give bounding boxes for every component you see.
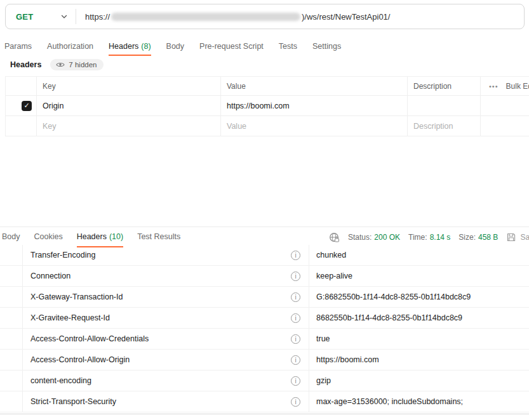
header-key-cell[interactable]: Origin <box>36 96 220 115</box>
info-icon[interactable] <box>291 355 300 365</box>
row-gutter <box>0 391 23 412</box>
eye-icon <box>56 61 65 69</box>
row-gutter <box>0 245 23 265</box>
table-row: content-encoding gzip <box>0 371 529 391</box>
table-row: Transfer-Encoding chunked <box>0 245 529 266</box>
table-row: Strict-Transport-Security max-age=315360… <box>0 391 529 412</box>
response-headers-table: Transfer-Encoding chunked Connection kee… <box>0 245 529 412</box>
info-icon[interactable] <box>291 397 300 407</box>
info-icon[interactable] <box>291 334 300 344</box>
response-header-value: true <box>309 329 529 349</box>
column-divider <box>407 77 408 136</box>
response-header-value: https://boomi.com <box>309 350 529 370</box>
tab-tests[interactable]: Tests <box>279 38 297 56</box>
more-options-icon[interactable]: ••• <box>489 82 499 90</box>
save-response-button[interactable]: Save Response <box>506 232 529 242</box>
row-gutter <box>0 287 23 307</box>
response-header-key: content-encoding <box>30 376 91 385</box>
row-extra-cell <box>480 96 529 115</box>
row-gutter <box>0 329 23 349</box>
info-icon[interactable] <box>291 376 300 386</box>
response-header-key: Strict-Transport-Security <box>30 397 116 406</box>
tab-authorization[interactable]: Authorization <box>47 38 93 56</box>
tab-label: Settings <box>312 42 341 51</box>
info-icon[interactable] <box>291 251 300 260</box>
hidden-headers-badge[interactable]: 7 hidden <box>50 59 104 70</box>
globe-lock-icon[interactable] <box>329 232 340 243</box>
bulk-actions-cell: ••• Bulk Edit <box>480 77 529 95</box>
tab-settings[interactable]: Settings <box>312 38 341 56</box>
tab-label: Body <box>166 42 185 51</box>
description-column-header: Description <box>407 77 480 95</box>
status-label: Status: <box>348 233 372 242</box>
tab-params[interactable]: Params <box>4 38 32 56</box>
size-stat: Size: 458 B <box>459 233 498 242</box>
save-label: Save Response <box>520 233 529 242</box>
response-header-value: chunked <box>309 245 529 265</box>
tab-body[interactable]: Body <box>166 38 185 56</box>
row-gutter <box>0 350 23 370</box>
bulk-edit-button[interactable]: Bulk Edit <box>506 82 529 91</box>
tab-label: Body <box>2 232 20 241</box>
response-header-value: G:8682550b-1f14-4dc8-8255-0b1f14bdc8c9 <box>309 287 529 307</box>
column-divider <box>480 77 481 136</box>
row-extra-cell <box>480 116 529 136</box>
time-value: 8.14 s <box>430 233 451 242</box>
headers-section-header: Headers 7 hidden <box>10 58 104 72</box>
value-column-header: Value <box>220 77 407 95</box>
new-description-input[interactable]: Description <box>407 116 480 136</box>
info-icon[interactable] <box>291 313 300 323</box>
size-label: Size: <box>459 233 476 242</box>
select-column-header <box>6 77 36 95</box>
response-header-value: gzip <box>309 371 529 391</box>
url-input[interactable]: https:// )/ws/rest/NewTestApi01/ <box>76 12 390 22</box>
method-selector[interactable]: GET <box>6 4 76 29</box>
row-gutter <box>0 371 23 391</box>
table-row: Access-Control-Allow-Credentials true <box>0 329 529 350</box>
response-header-key: Access-Control-Allow-Credentials <box>30 334 149 343</box>
request-url-bar: GET https:// )/ws/rest/NewTestApi01/ <box>5 4 525 29</box>
save-icon <box>506 232 516 242</box>
bottom-divider <box>0 414 529 414</box>
status-value: 200 OK <box>374 233 400 242</box>
column-divider <box>36 77 37 136</box>
row-checkbox-checked[interactable] <box>22 101 32 111</box>
table-placeholder-row: Key Value Description <box>6 116 529 136</box>
info-icon[interactable] <box>291 272 300 281</box>
tab-pre-request-script[interactable]: Pre-request Script <box>199 38 264 56</box>
new-key-input[interactable]: Key <box>36 116 220 136</box>
tab-label: Tests <box>279 42 297 51</box>
header-value-cell[interactable]: https://boomi.com <box>220 96 407 115</box>
size-value: 458 B <box>478 233 498 242</box>
info-icon[interactable] <box>291 292 300 302</box>
url-prefix: https:// <box>85 12 110 22</box>
request-headers-table: Key Value Description ••• Bulk Edit Orig… <box>5 76 529 136</box>
tab-headers[interactable]: Headers (8) <box>109 38 151 56</box>
tab-label: Cookies <box>34 232 63 241</box>
column-divider <box>220 77 221 136</box>
new-value-input[interactable]: Value <box>220 116 407 136</box>
response-header-key: Access-Control-Allow-Origin <box>30 355 130 364</box>
response-header-value: keep-alive <box>309 266 529 286</box>
headers-section-title: Headers <box>10 60 41 69</box>
status-stat: Status: 200 OK <box>348 233 400 242</box>
chevron-down-icon <box>60 13 68 20</box>
tab-count: (10) <box>109 232 123 241</box>
tab-label: Pre-request Script <box>199 42 264 51</box>
header-description-cell[interactable] <box>407 96 480 115</box>
tab-label: Params <box>4 42 32 51</box>
response-header-value: 8682550b-1f14-4dc8-8255-0b1f14bdc8c9 <box>309 308 529 328</box>
key-column-header: Key <box>36 77 220 95</box>
response-header-key: X-Gateway-Transaction-Id <box>30 292 123 301</box>
table-row: Connection keep-alive <box>0 266 529 287</box>
method-label: GET <box>16 12 33 22</box>
row-select-cell <box>6 96 36 115</box>
tab-label: Test Results <box>137 232 180 241</box>
row-select-cell <box>6 116 36 136</box>
table-row: X-Gateway-Transaction-Id G:8682550b-1f14… <box>0 287 529 308</box>
table-row: X-Gravitee-Request-Id 8682550b-1f14-4dc8… <box>0 308 529 329</box>
table-row: Access-Control-Allow-Origin https://boom… <box>0 350 529 371</box>
tab-label: Headers <box>77 232 107 241</box>
time-label: Time: <box>408 233 427 242</box>
tab-label: Authorization <box>47 42 93 51</box>
